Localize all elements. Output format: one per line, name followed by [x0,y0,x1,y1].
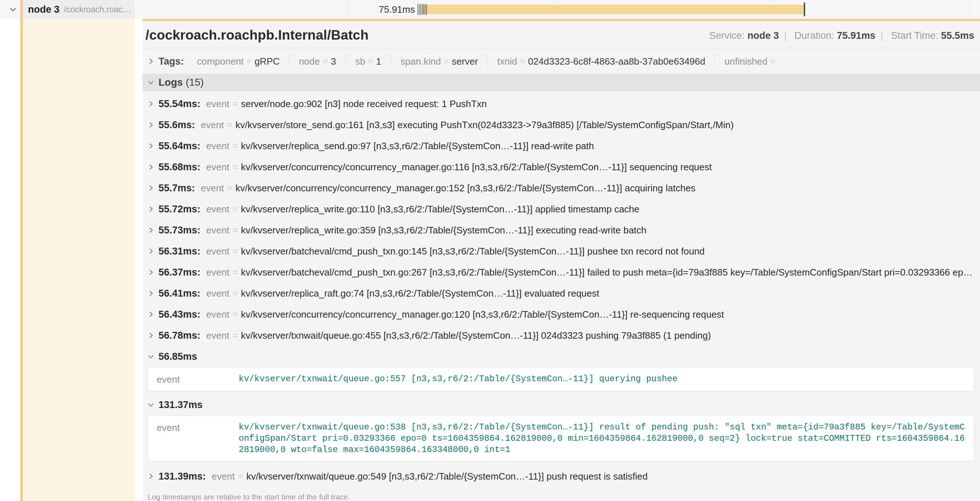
tag-value: gRPC [255,54,280,69]
log-row-expanded-header[interactable]: 131.37ms [143,396,980,414]
tag-txnid: txnid=024d3323-6c8f-4863-aa8b-37ab0e6349… [488,54,715,69]
meta-separator: | [779,30,792,41]
log-row[interactable]: 55.6ms:event=kv/kvserver/store_send.go:1… [143,114,980,136]
timeline-gridline [969,0,970,19]
logs-section-header[interactable]: Logs (15) [143,74,980,91]
log-field-key: event [157,373,239,385]
log-entries-list: 55.54ms:event=server/node.go:902 [n3] no… [143,91,980,487]
chevron-right-icon [147,310,155,318]
log-timestamp: 131.37ms [159,399,203,411]
log-field-key: event [157,421,239,455]
span-duration-bar[interactable] [423,5,804,14]
chevron-right-icon [147,226,155,234]
log-timestamp: 56.43ms: [159,309,200,320]
log-timestamp: 55.68ms: [159,161,200,173]
log-detail-card: eventkv/kvserver/txnwait/queue.go:538 [n… [148,415,974,461]
logs-count: (15) [186,77,204,88]
log-timestamp: 55.7ms: [159,183,195,194]
log-timestamp: 131.39ms: [159,471,206,482]
equals-sign: = [229,141,241,151]
duration-label: Duration: [794,30,834,41]
log-message: kv/kvserver/concurrency/concurrency_mana… [241,161,712,173]
log-field-value: kv/kvserver/txnwait/queue.go:557 [n3,s3,… [239,373,967,385]
equals-sign: = [229,99,241,109]
span-name-cell[interactable]: node 3 /cockroach.roach… [20,0,135,19]
service-label: Service: [710,30,745,41]
log-field-key: event [206,98,229,110]
log-row[interactable]: 55.73ms:event=kv/kvserver/replica_write.… [143,220,980,241]
log-row[interactable]: 56.78ms:event=kv/kvserver/txnwait/queue.… [143,325,980,346]
span-detail-panel: /cockroach.roachpb.Internal/Batch Servic… [143,19,980,501]
equals-sign: = [441,54,452,69]
log-row[interactable]: 56.31ms:event=kv/kvserver/batcheval/cmd_… [143,241,980,262]
chevron-right-icon [147,100,155,108]
equals-sign: = [224,183,235,193]
log-row[interactable]: 55.64ms:event=kv/kvserver/replica_send.g… [143,136,980,156]
log-timestamp: 55.73ms: [159,225,200,236]
chevron-right-icon [147,268,155,276]
tag-value: 024d3323-6c8f-4863-aa8b-37ab0e63496d [528,54,705,69]
equals-sign: = [229,267,241,278]
span-end-marker [804,3,805,16]
log-timestamp: 55.64ms: [159,140,200,152]
log-row[interactable]: 131.39ms:event=kv/kvserver/txnwait/queue… [143,466,980,487]
log-field-key: event [206,267,229,278]
tag-key: unfinished [725,54,768,69]
log-row[interactable]: 55.7ms:event=kv/kvserver/concurrency/con… [143,177,980,199]
log-row-expanded-header[interactable]: 56.85ms [143,348,980,365]
tag-span.kind: span.kind=server [391,54,488,69]
span-duration-label: 75.91ms [359,0,415,19]
equals-sign: = [517,54,528,69]
log-message: kv/kvserver/concurrency/concurrency_mana… [235,183,695,194]
logs-title: Logs [159,77,183,88]
chevron-right-icon [147,247,155,255]
tags-label: Tags: [159,56,184,67]
equals-sign: = [229,330,241,340]
log-row[interactable]: 56.43ms:event=kv/kvserver/concurrency/co… [143,304,980,325]
span-log-markers [417,4,427,15]
log-field-key: event [206,309,229,320]
log-message: kv/kvserver/txnwait/queue.go:549 [n3,s3,… [246,471,648,482]
chevron-right-icon [147,121,155,129]
equals-sign: = [224,120,235,130]
log-timestamp: 56.31ms: [159,246,200,257]
service-value: node 3 [748,30,779,41]
log-timestamp: 56.37ms: [159,267,200,278]
tag-key: txnid [497,54,517,69]
equals-sign: = [229,309,241,319]
logs-footer-note: Log timestamps are relative to the start… [143,487,980,501]
log-message: kv/kvserver/replica_write.go:110 [n3,s3,… [241,204,640,215]
log-timestamp: 56.85ms [159,351,197,362]
log-row[interactable]: 56.37ms:event=kv/kvserver/batcheval/cmd_… [143,262,980,283]
equals-sign: = [365,54,376,69]
chevron-down-icon [147,353,155,361]
span-title: /cockroach.roachpb.Internal/Batch [145,27,369,43]
log-message: server/node.go:902 [n3] node received re… [241,98,487,110]
log-row[interactable]: 55.68ms:event=kv/kvserver/concurrency/co… [143,156,980,177]
tags-section[interactable]: Tags: component=gRPCnode=3sb=1span.kind=… [143,48,980,74]
log-field-key: event [206,140,229,152]
collapse-span-chevron-down-icon[interactable] [9,5,18,14]
tag-key: node [299,54,320,69]
span-detail-row: /cockroach.roachpb.Internal/Batch Servic… [0,19,980,501]
log-row[interactable]: 55.72ms:event=kv/kvserver/replica_write.… [143,199,980,220]
log-field-key: event [201,120,224,131]
chevron-down-icon [147,401,155,409]
log-row[interactable]: 55.54ms:event=server/node.go:902 [n3] no… [143,93,980,114]
chevron-right-icon [147,332,155,340]
tag-node: node=3 [290,54,346,69]
tag-value: 3 [331,54,336,69]
log-field-key: event [206,330,229,341]
log-row[interactable]: 56.41ms:event=kv/kvserver/replica_raft.g… [143,283,980,304]
log-timestamp: 55.72ms: [159,204,200,215]
meta-separator: | [875,30,888,41]
tag-key: span.kind [401,54,441,69]
chevron-right-icon [147,163,155,171]
log-message: kv/kvserver/replica_raft.go:74 [n3,s3,r6… [241,288,599,299]
tag-component: component=gRPC [188,54,290,69]
start-time-value: 55.5ms [941,30,974,41]
log-field-key: event [206,288,229,299]
equals-sign: = [235,471,246,482]
log-field-key: event [212,471,235,482]
equals-sign: = [229,162,241,172]
